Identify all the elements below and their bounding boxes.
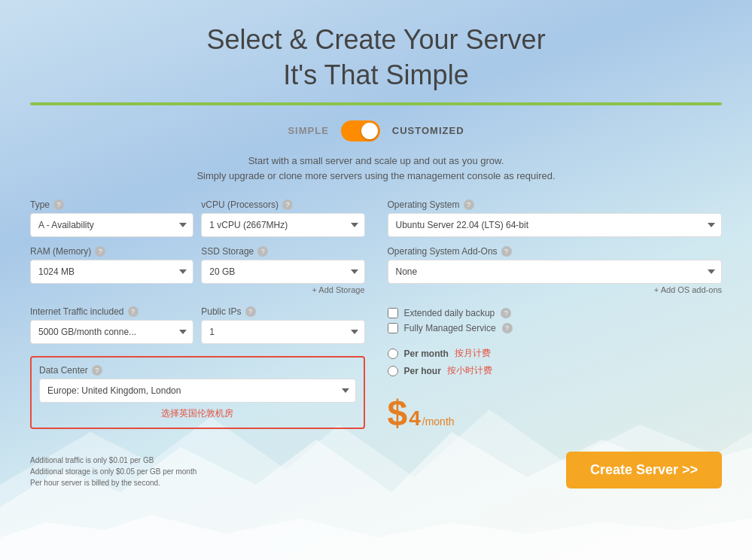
os-label: Operating System — [388, 199, 460, 210]
per-month-row: Per month 按月计费 — [388, 347, 723, 360]
datacenter-box: Data Center ? Europe: United Kingdom, Lo… — [30, 356, 365, 429]
extended-backup-help-icon[interactable]: ? — [501, 308, 511, 318]
type-label: Type — [30, 199, 50, 210]
os-help-icon[interactable]: ? — [464, 199, 474, 210]
publicips-label: Public IPs — [201, 306, 241, 317]
datacenter-select[interactable]: Europe: United Kingdom, London — [39, 379, 356, 403]
traffic-ips-row: Internet Traffic included ? 5000 GB/mont… — [30, 306, 365, 344]
page-title: Select & Create Your Server It's That Si… — [30, 23, 722, 93]
toggle-simple-label: SIMPLE — [288, 125, 328, 136]
per-month-annotation: 按月计费 — [455, 347, 491, 360]
extended-backup-checkbox[interactable] — [388, 308, 398, 318]
toggle-knob — [361, 123, 378, 139]
per-hour-radio[interactable] — [388, 366, 398, 376]
traffic-help-icon[interactable]: ? — [128, 306, 139, 317]
right-column: Operating System ? Ubuntu Server 22.04 (… — [388, 199, 723, 434]
footnote-1: Additional traffic is only $0.01 per GB — [30, 455, 196, 466]
footnote-3: Per hour server is billed by the second. — [30, 477, 196, 488]
extended-backup-label: Extended daily backup — [404, 308, 495, 318]
extended-backup-row: Extended daily backup ? — [388, 308, 723, 318]
traffic-field-group: Internet Traffic included ? 5000 GB/mont… — [30, 306, 193, 344]
os-select[interactable]: Ubuntu Server 22.04 (LTS) 64-bit — [388, 213, 723, 237]
publicips-help-icon[interactable]: ? — [245, 306, 256, 317]
publicips-field-group: Public IPs ? 1 — [201, 306, 364, 344]
simple-customized-toggle[interactable] — [341, 120, 380, 142]
publicips-select[interactable]: 1 — [201, 320, 364, 344]
bottom-row: Additional traffic is only $0.01 per GB … — [30, 440, 722, 488]
add-os-addons-link[interactable]: + Add OS add-ons — [388, 285, 723, 294]
datacenter-note: 选择英国伦敦机房 — [39, 407, 356, 420]
price-period: /month — [422, 415, 455, 428]
left-column: Type ? A - Availability vCPU (Processors… — [30, 199, 365, 434]
fully-managed-label: Fully Managed Service — [404, 323, 496, 333]
fully-managed-help-icon[interactable]: ? — [502, 323, 513, 333]
ram-select[interactable]: 1024 MB — [30, 260, 193, 284]
footnote-2: Additional storage is only $0.05 per GB … — [30, 466, 196, 477]
per-hour-label: Per hour — [404, 366, 441, 376]
ram-ssd-row: RAM (Memory) ? 1024 MB SSD Storage ? 20 … — [30, 246, 365, 297]
type-help-icon[interactable]: ? — [53, 199, 64, 210]
vcpu-help-icon[interactable]: ? — [282, 199, 293, 210]
create-server-button[interactable]: Create Server >> — [566, 452, 722, 488]
os-addons-field-group: Operating System Add-Ons ? None + Add OS… — [388, 246, 723, 297]
fully-managed-row: Fully Managed Service ? — [388, 323, 723, 333]
ram-help-icon[interactable]: ? — [95, 246, 105, 257]
checkbox-section: Extended daily backup ? Fully Managed Se… — [388, 308, 723, 338]
datacenter-label: Data Center — [39, 365, 88, 376]
green-divider — [30, 102, 722, 105]
add-storage-link[interactable]: + Add Storage — [201, 285, 364, 294]
ssd-help-icon[interactable]: ? — [257, 246, 268, 257]
os-addons-label: Operating System Add-Ons — [388, 246, 498, 257]
traffic-label: Internet Traffic included — [30, 306, 124, 317]
ssd-field-group: SSD Storage ? 20 GB + Add Storage — [201, 246, 364, 297]
price-display: $ 4 /month — [388, 392, 723, 434]
per-hour-annotation: 按小时计费 — [447, 364, 492, 377]
os-field-group: Operating System ? Ubuntu Server 22.04 (… — [388, 199, 723, 237]
billing-section: Per month 按月计费 Per hour 按小时计费 — [388, 347, 723, 382]
traffic-select[interactable]: 5000 GB/month conne... — [30, 320, 193, 344]
vcpu-label: vCPU (Processors) — [201, 199, 279, 210]
os-addons-help-icon[interactable]: ? — [501, 246, 512, 257]
vcpu-field-group: vCPU (Processors) ? 1 vCPU (2667MHz) — [201, 199, 364, 237]
type-select[interactable]: A - Availability — [30, 213, 193, 237]
ssd-select[interactable]: 20 GB — [201, 260, 364, 284]
per-month-radio[interactable] — [388, 348, 398, 359]
ssd-label: SSD Storage — [201, 246, 254, 257]
ram-label: RAM (Memory) — [30, 246, 91, 257]
form-grid: Type ? A - Availability vCPU (Processors… — [30, 199, 722, 434]
subtitle: Start with a small server and scale up a… — [30, 154, 722, 185]
os-addons-select[interactable]: None — [388, 260, 723, 284]
footnotes: Additional traffic is only $0.01 per GB … — [30, 455, 196, 488]
type-field-group: Type ? A - Availability — [30, 199, 193, 237]
vcpu-select[interactable]: 1 vCPU (2667MHz) — [201, 213, 364, 237]
price-symbol: $ — [388, 392, 408, 434]
fully-managed-checkbox[interactable] — [388, 323, 398, 333]
per-hour-row: Per hour 按小时计费 — [388, 364, 723, 377]
type-vcpu-row: Type ? A - Availability vCPU (Processors… — [30, 199, 365, 237]
per-month-label: Per month — [404, 348, 449, 359]
toggle-customized-label: CUSTOMIZED — [392, 125, 464, 136]
price-amount: 4 — [409, 406, 421, 431]
ram-field-group: RAM (Memory) ? 1024 MB — [30, 246, 193, 297]
toggle-row: SIMPLE CUSTOMIZED — [30, 120, 722, 142]
datacenter-help-icon[interactable]: ? — [92, 365, 102, 376]
